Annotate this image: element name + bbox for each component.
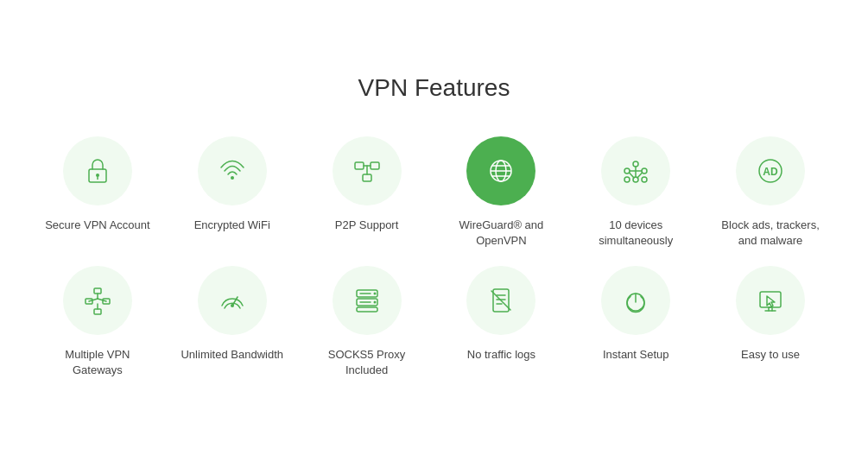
svg-rect-4: [355, 162, 364, 169]
features-grid: Secure VPN Account Encrypted WiFi: [35, 136, 833, 379]
ad-block-icon: AD: [755, 155, 786, 186]
no-logs-icon-circle: [466, 266, 535, 335]
svg-point-35: [231, 304, 234, 307]
bandwidth-icon-circle: [198, 266, 267, 335]
feature-unlimited-bandwidth: Unlimited Bandwidth: [169, 266, 295, 378]
p2p-label: P2P Support: [335, 218, 398, 233]
feature-encrypted-wifi: Encrypted WiFi: [169, 136, 295, 249]
feature-no-traffic-logs: No traffic logs: [438, 266, 564, 378]
no-logs-icon: [485, 285, 516, 316]
svg-point-3: [231, 176, 234, 180]
feature-wireguard-openvpn: WireGuard® and OpenVPN: [438, 136, 564, 249]
svg-rect-5: [371, 162, 379, 169]
feature-secure-vpn-account: Secure VPN Account: [35, 136, 161, 249]
feature-p2p-support: P2P Support: [304, 136, 430, 249]
server-icon: [352, 285, 383, 316]
instant-setup-label: Instant Setup: [603, 347, 669, 363]
feature-multiple-vpn-gateways: Multiple VPN Gateways: [35, 266, 161, 378]
svg-rect-38: [357, 307, 377, 312]
encrypted-wifi-label: Encrypted WiFi: [194, 218, 270, 233]
svg-point-17: [624, 177, 630, 182]
cursor-icon: [755, 285, 786, 316]
svg-line-23: [637, 173, 643, 178]
instant-setup-icon-circle: [601, 266, 670, 335]
svg-point-19: [642, 177, 647, 182]
power-icon: [620, 285, 651, 316]
svg-rect-29: [94, 309, 101, 314]
speedometer-icon: [217, 285, 248, 316]
page-title: VPN Features: [35, 74, 833, 102]
gateways-icon-circle: [63, 266, 132, 335]
svg-marker-51: [767, 296, 775, 306]
bandwidth-label: Unlimited Bandwidth: [181, 347, 283, 363]
svg-line-22: [630, 173, 635, 178]
secure-vpn-icon-circle: [63, 136, 132, 205]
socks5-label: SOCKS5 Proxy Included: [311, 347, 423, 378]
block-ads-label: Block ads, trackers, and malware: [714, 218, 827, 249]
easy-to-use-label: Easy to use: [741, 347, 800, 363]
gateways-icon: [82, 285, 113, 316]
feature-socks5-proxy: SOCKS5 Proxy Included: [304, 266, 430, 378]
wifi-icon: [217, 155, 248, 186]
wireguard-icon-circle: [466, 136, 535, 205]
gateways-label: Multiple VPN Gateways: [41, 347, 154, 378]
encrypted-wifi-icon-circle: [198, 136, 267, 205]
feature-10-devices: 10 devices simultaneously: [573, 136, 699, 249]
svg-point-39: [373, 293, 376, 295]
feature-instant-setup: Instant Setup: [573, 266, 699, 378]
svg-text:AD: AD: [763, 166, 778, 178]
block-ads-icon-circle: AD: [736, 136, 805, 205]
devices-icon: [620, 155, 651, 186]
no-logs-label: No traffic logs: [467, 347, 535, 363]
secure-vpn-label: Secure VPN Account: [45, 218, 149, 233]
svg-point-40: [373, 301, 376, 304]
svg-rect-6: [363, 174, 371, 181]
devices-label: 10 devices simultaneously: [580, 218, 692, 249]
p2p-icon-circle: [333, 136, 402, 205]
p2p-icon: [352, 155, 383, 186]
globe-network-icon: [485, 155, 516, 186]
feature-easy-to-use: Easy to use: [707, 266, 833, 378]
lock-icon: [82, 155, 113, 186]
wireguard-label: WireGuard® and OpenVPN: [445, 218, 557, 249]
main-container: VPN Features Secure VPN Account: [0, 57, 868, 405]
feature-block-ads: AD Block ads, trackers, and malware: [707, 136, 833, 249]
easy-to-use-icon-circle: [736, 266, 805, 335]
svg-point-14: [633, 161, 638, 167]
socks5-icon-circle: [333, 266, 402, 335]
svg-rect-26: [94, 288, 101, 294]
devices-icon-circle: [601, 136, 670, 205]
